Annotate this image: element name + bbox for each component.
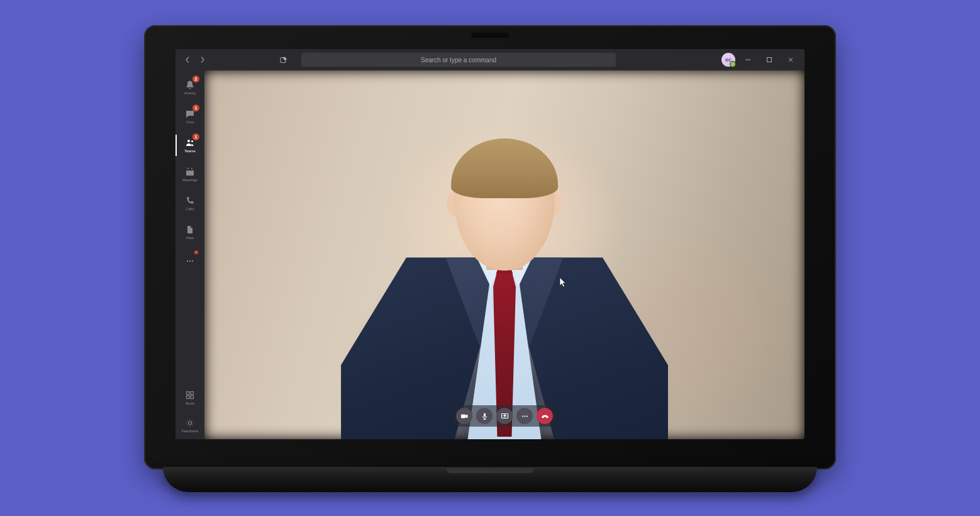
svg-rect-15	[191, 396, 194, 399]
user-avatar[interactable]: ec	[721, 53, 735, 67]
svg-point-11	[192, 261, 193, 262]
badge: 1	[192, 104, 199, 111]
camera-notch	[471, 33, 509, 38]
calendar-icon	[185, 167, 195, 177]
svg-rect-6	[186, 169, 194, 171]
sidebar-item-files[interactable]: Files	[175, 218, 204, 247]
chevron-right-icon	[199, 57, 206, 63]
hang-up-icon	[541, 412, 549, 420]
maximize-button[interactable]	[760, 52, 778, 67]
feedback-icon	[185, 418, 195, 428]
sidebar-item-store[interactable]: Store	[175, 384, 204, 412]
svg-point-4	[191, 140, 193, 142]
mic-icon	[481, 412, 489, 420]
store-icon	[185, 390, 195, 400]
laptop-frame: Search or type a command ec	[144, 25, 836, 492]
more-icon	[521, 412, 529, 420]
svg-point-22	[526, 415, 527, 417]
titlebar-right: ec	[721, 52, 799, 67]
avatar-initials: ec	[725, 57, 732, 63]
compose-icon	[280, 56, 287, 64]
new-chat-button[interactable]	[276, 52, 291, 67]
minimize-button[interactable]	[739, 52, 757, 67]
sidebar-item-calls[interactable]: Calls	[175, 189, 204, 218]
sidebar-label: Feedback	[182, 429, 198, 433]
app-body: Activity 2 Chat 1 Teams 1	[175, 70, 805, 439]
sidebar-item-chat[interactable]: Chat 1	[175, 102, 204, 131]
svg-point-9	[187, 261, 188, 262]
camera-toggle-button[interactable]	[456, 408, 472, 424]
sidebar-item-activity[interactable]: Activity 2	[175, 73, 204, 102]
svg-point-20	[521, 415, 523, 417]
sidebar-label: Chat	[186, 120, 194, 124]
laptop-screen-bezel: Search or type a command ec	[144, 25, 836, 469]
share-screen-button[interactable]	[496, 408, 513, 424]
minimize-icon	[745, 57, 751, 63]
sidebar-item-teams[interactable]: Teams 1	[175, 131, 204, 160]
sidebar-item-meetings[interactable]: Meetings	[175, 160, 204, 189]
search-placeholder: Search or type a command	[421, 57, 496, 64]
call-controls	[454, 405, 555, 427]
share-icon	[501, 412, 509, 420]
sidebar: Activity 2 Chat 1 Teams 1	[175, 70, 204, 439]
sidebar-label: Teams	[184, 149, 196, 153]
file-icon	[185, 225, 195, 235]
sidebar-label: Store	[186, 401, 194, 405]
more-icon	[185, 256, 195, 266]
svg-rect-2	[767, 58, 772, 62]
badge: 2	[192, 76, 199, 82]
svg-point-10	[189, 261, 191, 262]
search-input[interactable]: Search or type a command	[301, 53, 616, 67]
svg-point-16	[189, 422, 192, 425]
sidebar-label: Activity	[184, 91, 196, 95]
svg-rect-13	[191, 392, 194, 395]
close-icon	[788, 57, 794, 63]
svg-rect-18	[484, 413, 486, 417]
svg-rect-12	[187, 392, 190, 395]
svg-point-21	[524, 415, 525, 417]
svg-rect-17	[461, 414, 465, 418]
notification-dot	[194, 250, 198, 254]
camera-icon	[460, 412, 469, 420]
back-button[interactable]	[181, 53, 194, 67]
mic-toggle-button[interactable]	[476, 408, 493, 424]
app-window: Search or type a command ec	[175, 49, 805, 439]
titlebar: Search or type a command ec	[175, 49, 805, 70]
nav-buttons	[181, 53, 209, 67]
sidebar-label: Meetings	[182, 178, 198, 182]
sidebar-item-more[interactable]	[175, 247, 204, 276]
sidebar-item-feedback[interactable]: Feedback	[175, 412, 204, 439]
close-button[interactable]	[782, 52, 799, 67]
sidebar-label: Files	[186, 236, 194, 240]
more-options-button[interactable]	[516, 408, 533, 424]
sidebar-label: Calls	[186, 207, 194, 211]
participant-video	[294, 132, 715, 439]
hang-up-button[interactable]	[537, 408, 553, 424]
chevron-left-icon	[184, 57, 191, 63]
svg-rect-14	[187, 396, 190, 399]
phone-icon	[185, 196, 195, 206]
maximize-icon	[766, 57, 772, 63]
badge: 1	[192, 133, 199, 140]
svg-point-3	[187, 140, 190, 142]
laptop-base	[163, 467, 817, 492]
cursor-icon	[559, 277, 567, 288]
forward-button[interactable]	[196, 53, 209, 67]
video-call-area	[204, 70, 805, 439]
